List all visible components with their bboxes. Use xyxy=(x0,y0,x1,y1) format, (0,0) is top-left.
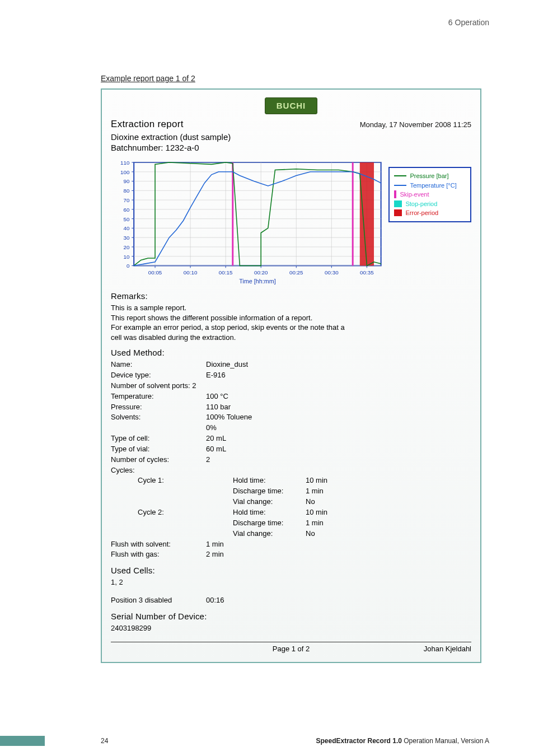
cycle-row: Vial change:No xyxy=(111,529,471,539)
svg-text:00:05: 00:05 xyxy=(148,269,162,276)
page: 6 Operation Example report page 1 of 2 B… xyxy=(0,0,534,756)
legend-stop: Stop-period xyxy=(394,199,466,209)
method-row: Name:Dioxine_dust xyxy=(111,360,471,370)
method-row: Flush with gas:2 min xyxy=(111,549,471,560)
svg-text:50: 50 xyxy=(123,216,129,222)
example-caption: Example report page 1 of 2 xyxy=(101,74,495,83)
report-author: Johan Kjeldahl xyxy=(351,645,471,653)
legend-temperature: Temperature [°C] xyxy=(394,181,466,190)
svg-text:40: 40 xyxy=(123,225,129,231)
svg-text:00:30: 00:30 xyxy=(325,269,339,276)
report-datetime: Monday, 17 November 2008 11:25 xyxy=(360,120,471,129)
method-row: Temperature:100 °C xyxy=(111,391,471,402)
method-row: Number of cycles:2 xyxy=(111,455,471,465)
report-page-number: Page 1 of 2 xyxy=(231,645,352,653)
extraction-chart: 010203040506070809010011000:0500:1000:15… xyxy=(111,157,385,286)
remarks-line: For example an error period, a stop peri… xyxy=(111,323,471,333)
page-number: 24 xyxy=(101,737,108,745)
disabled-time: 00:16 xyxy=(206,595,279,606)
cycle-row: Cycle 2:Hold time:10 min xyxy=(111,507,471,518)
cycle-row: Discharge time:1 min xyxy=(111,518,471,529)
method-table: Name:Dioxine_dustDevice type:E-916Number… xyxy=(111,360,471,560)
legend-label: Stop-period xyxy=(405,199,437,209)
legend-square-icon xyxy=(394,209,402,216)
report-footer: Page 1 of 2 Johan Kjeldahl xyxy=(111,642,471,653)
method-heading: Used Method: xyxy=(111,348,471,357)
legend-line-icon xyxy=(394,175,406,176)
disabled-label: Position 3 disabled xyxy=(111,595,206,606)
cycle-row: Cycle 1:Hold time:10 min xyxy=(111,475,471,486)
svg-rect-0 xyxy=(134,162,381,265)
svg-text:60: 60 xyxy=(123,207,129,213)
page-header-right: 6 Operation xyxy=(448,18,489,27)
report-title: Extraction report xyxy=(111,119,184,130)
method-row: Number of solvent ports: 2 xyxy=(111,381,471,391)
legend-label: Skip-event xyxy=(400,190,429,199)
report-batch: Batchnumber: 1232-a-0 xyxy=(111,143,471,152)
report-title-row: Extraction report Monday, 17 November 20… xyxy=(111,119,471,130)
report-subtitle: Dioxine extraction (dust sample) xyxy=(111,132,471,142)
svg-text:00:35: 00:35 xyxy=(360,269,374,276)
method-row: Type of vial:60 mL xyxy=(111,444,471,455)
legend-label: Pressure [bar] xyxy=(410,171,448,181)
used-cells-heading: Used Cells: xyxy=(111,566,471,575)
method-row: Type of cell:20 mL xyxy=(111,433,471,444)
svg-text:00:10: 00:10 xyxy=(184,269,198,276)
svg-text:100: 100 xyxy=(120,169,130,175)
svg-text:30: 30 xyxy=(123,235,129,241)
legend-label: Error-period xyxy=(405,208,438,218)
legend-bar-icon xyxy=(394,190,396,198)
legend-pressure: Pressure [bar] xyxy=(394,171,466,181)
method-row: Cycles: xyxy=(111,465,471,476)
remarks-line: This report shows the different possible… xyxy=(111,313,471,323)
chart-legend: Pressure [bar] Temperature [°C] Skip-eve… xyxy=(388,167,471,222)
svg-rect-59 xyxy=(360,162,374,265)
cycle-row: Discharge time:1 min xyxy=(111,486,471,497)
method-row: 0% xyxy=(111,423,471,433)
svg-text:20: 20 xyxy=(123,244,129,250)
cycle-row: Vial change:No xyxy=(111,497,471,507)
svg-text:10: 10 xyxy=(123,254,129,260)
legend-error: Error-period xyxy=(394,208,466,218)
svg-text:00:25: 00:25 xyxy=(289,269,303,276)
brand-logo: BUCHI xyxy=(265,97,317,114)
method-row: Flush with solvent:1 min xyxy=(111,539,471,550)
svg-text:110: 110 xyxy=(120,160,130,166)
svg-text:Time [hh:mm]: Time [hh:mm] xyxy=(239,278,276,284)
method-row: Pressure:110 bar xyxy=(111,402,471,413)
chart-area: 010203040506070809010011000:0500:1000:15… xyxy=(111,157,471,286)
svg-text:80: 80 xyxy=(123,188,129,194)
remarks-line: cell was disabled during the extraction. xyxy=(111,333,471,343)
svg-text:0: 0 xyxy=(127,263,130,269)
remarks-body: This is a sample report.This report show… xyxy=(111,303,471,342)
method-row: Solvents:100% Toluene xyxy=(111,412,471,423)
svg-text:00:20: 00:20 xyxy=(254,269,268,276)
legend-label: Temperature [°C] xyxy=(410,181,456,190)
disabled-position: Position 3 disabled 00:16 xyxy=(111,595,471,606)
used-cells-value: 1, 2 xyxy=(111,577,471,587)
serial-value: 2403198299 xyxy=(111,623,471,633)
svg-text:90: 90 xyxy=(123,178,129,184)
legend-line-icon xyxy=(394,185,406,186)
svg-text:00:15: 00:15 xyxy=(219,269,233,276)
legend-skip: Skip-event xyxy=(394,190,466,199)
serial-heading: Serial Number of Device: xyxy=(111,612,471,621)
remarks-line: This is a sample report. xyxy=(111,303,471,313)
method-row: Device type:E-916 xyxy=(111,370,471,381)
svg-text:70: 70 xyxy=(123,197,129,203)
manual-title: SpeedExtractor Record 1.0 Operation Manu… xyxy=(316,737,490,745)
remarks-heading: Remarks: xyxy=(111,291,471,301)
page-footer: 24 SpeedExtractor Record 1.0 Operation M… xyxy=(0,737,534,745)
legend-square-icon xyxy=(394,200,402,207)
report-box: BUCHI Extraction report Monday, 17 Novem… xyxy=(101,88,481,663)
